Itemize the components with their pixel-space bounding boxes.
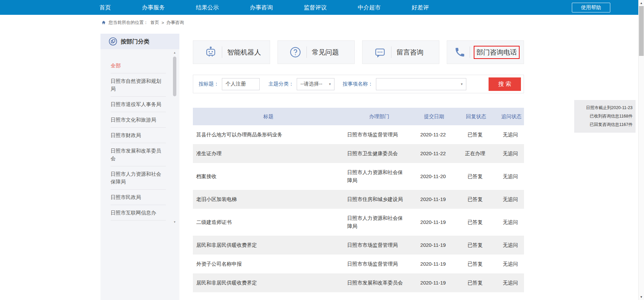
follow-up-status-cell: 无追问 <box>499 236 524 255</box>
column-header: 办理部门 <box>344 108 415 125</box>
consultation-title-link[interactable]: 居民和非居民供暖收费界定 <box>196 280 257 286</box>
sidebar-item-department[interactable]: 日照市发展和改革委员会 <box>111 143 166 166</box>
reply-status-cell: 已答复 <box>453 255 499 273</box>
title-cell: 档案接收 <box>193 163 344 190</box>
title-cell: 老旧小区加装电梯 <box>193 190 344 209</box>
breadcrumb-home[interactable]: 首页 <box>150 20 159 26</box>
column-header: 标题 <box>193 108 344 125</box>
table-row: 老旧小区加装电梯日照市住房和城乡建设局2020-11-19已答复无追问 <box>193 190 524 209</box>
sidebar-scrollbar[interactable]: ▲ ▼ <box>172 51 177 224</box>
sidebar-item-department[interactable]: 日照市文化和旅游局 <box>111 112 166 128</box>
sidebar-item-department[interactable]: 日照市民政局 <box>111 190 166 205</box>
department-cell: 日照市市场监督管理局 <box>344 125 415 144</box>
sidebar-scrollbar-thumb[interactable] <box>173 57 176 96</box>
column-header: 提交日期 <box>415 108 453 125</box>
breadcrumb-separator: > <box>162 20 164 25</box>
chevron-down-icon: ▼ <box>328 82 331 86</box>
column-header: 回复状态 <box>453 108 499 125</box>
department-cell: 日照市人力资源和社会保障局 <box>344 163 415 190</box>
home-icon <box>101 20 106 25</box>
breadcrumb-prefix: 您当前所在的位置： <box>109 20 148 26</box>
sidebar-title: 按部门分类 <box>121 38 149 45</box>
divider <box>470 46 470 58</box>
item-filter-label: 按事项名称： <box>343 81 373 87</box>
tab-留言咨询[interactable]: 留言咨询 <box>362 40 439 64</box>
consultation-table: 标题办理部门提交日期回复状态追问状态 莒县什么地方可以办理商品条形码业务日照市市… <box>193 108 524 292</box>
consultation-title-link[interactable]: 老旧小区加装电梯 <box>196 196 237 202</box>
tab-部门咨询电话[interactable]: 部门咨询电话 <box>447 40 524 64</box>
consultation-title-link[interactable]: 外资子公司名称申报 <box>196 261 242 267</box>
date-cell: 2020-11-20 <box>415 163 453 190</box>
table-row: 档案接收日照市人力资源和社会保障局2020-11-20已答复无追问 <box>193 163 524 190</box>
nav-item-supervision[interactable]: 监督评议 <box>304 4 327 11</box>
nav-item-services[interactable]: 办事服务 <box>142 4 165 11</box>
category-icon <box>109 37 117 46</box>
phone-icon <box>454 46 466 58</box>
stat-line: 日照市截止到2020-11-23 <box>577 104 633 112</box>
nav-item-agency-market[interactable]: 中介超市 <box>358 4 381 11</box>
nav-item-rating[interactable]: 好差评 <box>412 4 429 11</box>
consultation-title-link[interactable]: 准生证办理 <box>196 151 222 156</box>
sidebar-item-department[interactable]: 日照市财政局 <box>111 128 166 143</box>
department-cell: 日照市市场监督管理局 <box>344 236 415 255</box>
date-cell: 2020-11-19 <box>415 273 453 292</box>
reply-status-cell: 已答复 <box>453 273 499 292</box>
department-cell: 日照市发展和改革委员会 <box>344 273 415 292</box>
title-cell: 居民和非居民供暖收费界定 <box>193 236 344 255</box>
follow-up-status-cell: 无追问 <box>499 255 524 273</box>
stat-line: 已收到咨询信息1168件 <box>577 112 633 121</box>
consultation-title-link[interactable]: 二级建造师证书 <box>196 219 232 225</box>
stat-line: 已回复咨询信息1167件 <box>577 121 633 129</box>
scroll-down-icon[interactable]: ▼ <box>639 295 644 299</box>
table-header-row: 标题办理部门提交日期回复状态追问状态 <box>193 108 524 125</box>
consultation-stats-box: 日照市截止到2020-11-23已收到咨询信息1168件已回复咨询信息1167件 <box>574 100 636 133</box>
nav-item-consultation[interactable]: 办事咨询 <box>250 4 273 11</box>
sidebar-item-department[interactable]: 日照市人力资源和社会保障局 <box>111 166 166 190</box>
breadcrumb-current[interactable]: 办事咨询 <box>167 20 184 26</box>
date-cell: 2020-11-19 <box>415 190 453 209</box>
channel-tabs: 智能机器人常见问题留言咨询部门咨询电话 <box>193 40 524 64</box>
topic-select[interactable]: --请选择-- ▼ <box>297 78 334 90</box>
item-select[interactable]: ▼ <box>376 78 466 90</box>
department-cell: 日照市住房和城乡建设局 <box>344 190 415 209</box>
title-cell: 居民和非居民供暖收费界定 <box>193 273 344 292</box>
consultation-title-link[interactable]: 居民和非居民供暖收费界定 <box>196 242 257 248</box>
scroll-down-icon[interactable]: ▼ <box>172 221 177 224</box>
date-cell: 2020-11-19 <box>415 255 453 273</box>
tab-常见问题[interactable]: 常见问题 <box>277 40 355 64</box>
department-sidebar: 按部门分类 全部日照市自然资源和规划局日照市退役军人事务局日照市文化和旅游局日照… <box>100 34 179 300</box>
consultation-title-link[interactable]: 莒县什么地方可以办理商品条形码业务 <box>196 132 282 137</box>
nav-item-home[interactable]: 首页 <box>99 4 111 11</box>
title-filter-input[interactable] <box>222 78 260 90</box>
sidebar-item-department[interactable]: 日照市互联网信息办 <box>111 205 166 221</box>
table-row: 二级建造师证书日照市人力资源和社会保障局2020-11-19已答复无追问 <box>193 209 524 236</box>
sidebar-item-department[interactable]: 全部 <box>111 58 166 73</box>
nav-item-results[interactable]: 结果公示 <box>196 4 219 11</box>
tab-智能机器人[interactable]: 智能机器人 <box>193 40 270 64</box>
title-cell: 二级建造师证书 <box>193 209 344 236</box>
table-row: 外资子公司名称申报日照市市场监督管理局2020-11-19已答复无追问 <box>193 255 524 273</box>
search-button[interactable]: 搜 索 <box>489 77 521 91</box>
scroll-up-icon[interactable]: ▲ <box>639 1 644 5</box>
sidebar-item-department[interactable]: 日照市自然资源和规划局 <box>111 73 166 97</box>
follow-up-status-cell: 无追问 <box>499 125 524 144</box>
reply-status-cell: 已答复 <box>453 125 499 144</box>
page-scrollbar-thumb[interactable] <box>639 6 644 56</box>
nav-menu: 首页办事服务结果公示办事咨询监督评议中介超市好差评 <box>0 0 644 15</box>
consultation-title-link[interactable]: 档案接收 <box>196 173 216 179</box>
department-cell: 日照市卫生健康委员会 <box>344 144 415 163</box>
sidebar-item-department[interactable]: 日照市退役军人事务局 <box>111 97 166 112</box>
title-cell: 准生证办理 <box>193 144 344 163</box>
table-row: 莒县什么地方可以办理商品条形码业务日照市市场监督管理局2020-11-22已答复… <box>193 125 524 144</box>
follow-up-status-cell: 无追问 <box>499 273 524 292</box>
scroll-up-icon[interactable]: ▲ <box>172 51 177 54</box>
tab-label: 常见问题 <box>312 48 339 57</box>
page-scrollbar[interactable]: ▲ ▼ <box>638 0 644 300</box>
date-cell: 2020-11-22 <box>415 125 453 144</box>
help-button[interactable]: 使用帮助 <box>572 3 610 12</box>
date-cell: 2020-11-19 <box>415 236 453 255</box>
title-filter-label: 按标题： <box>199 81 219 87</box>
reply-status-cell: 已答复 <box>453 236 499 255</box>
reply-status-cell: 已答复 <box>453 190 499 209</box>
tab-label: 部门咨询电话 <box>474 46 520 59</box>
